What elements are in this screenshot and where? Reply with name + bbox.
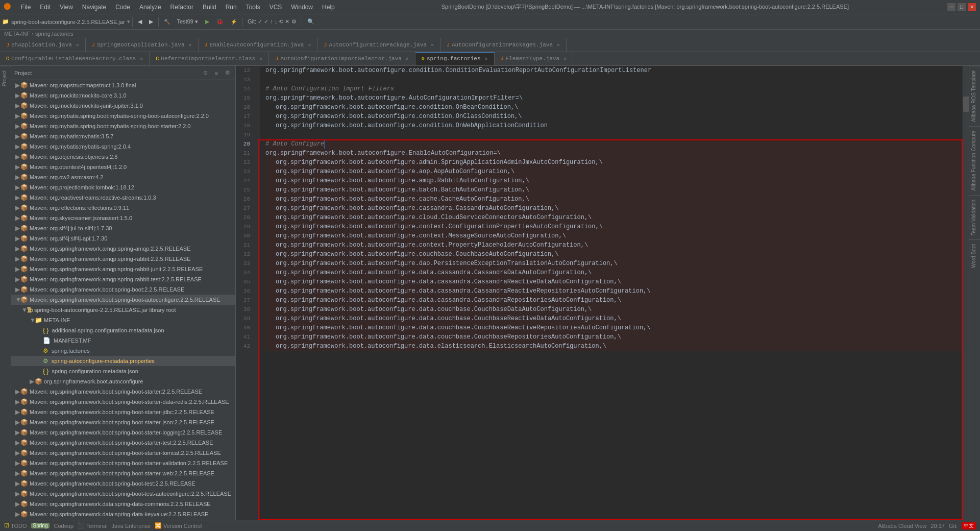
tree-item-spring-boot-starter[interactable]: ▶📦Maven: org.springframework.boot:spring… xyxy=(11,387,235,397)
tree-item-spring-boot-starter-web[interactable]: ▶📦Maven: org.springframework.boot:spring… xyxy=(11,468,235,478)
status-alibaba-cloud[interactable]: Alibaba Cloud View xyxy=(878,523,926,529)
tree-item-jul-slf4j[interactable]: ▶📦Maven: org.slf4j:jul-to-slf4j:1.7.30 xyxy=(11,223,235,233)
maximize-button[interactable]: □ xyxy=(958,3,966,11)
tree-item-spring-boot-starter-validation[interactable]: ▶📦Maven: org.springframework.boot:spring… xyxy=(11,458,235,468)
tree-item-spring-rabbit-test[interactable]: ▶📦Maven: org.springframework.amqp:spring… xyxy=(11,274,235,284)
tab-spring-factories[interactable]: ⚙ spring.factories ✕ xyxy=(415,52,495,65)
code-editor[interactable]: 12 13 14 15 16 17 18 19 20 21 22 23 24 2… xyxy=(236,66,969,520)
tree-item-autoconfigure-metadata-props[interactable]: ⚙ spring-autoconfigure-metadata.properti… xyxy=(11,356,235,366)
tree-item-reactive-streams[interactable]: ▶📦Maven: org.reactivestreams:reactive-st… xyxy=(11,192,235,203)
breadcrumb-meta-inf[interactable]: META-INF xyxy=(4,31,30,37)
editor-scroll-thumb[interactable] xyxy=(963,96,969,112)
tab-close-icon[interactable]: ✕ xyxy=(189,42,192,48)
menu-view[interactable]: View xyxy=(56,3,77,12)
menu-refactor[interactable]: Refactor xyxy=(166,3,198,12)
tree-item-mybatis-autoconfigure[interactable]: ▶📦Maven: org.mybatis.spring.boot:mybatis… xyxy=(11,111,235,121)
tree-item-objenesis[interactable]: ▶📦Maven: org.objenesis:objenesis:2.6 xyxy=(11,152,235,162)
project-dropdown-icon[interactable]: ▾ xyxy=(127,18,130,25)
tree-item-meta-inf[interactable]: ▼📁META-INF xyxy=(11,315,235,325)
tree-item-mybatis[interactable]: ▶📦Maven: org.mybatis:mybatis:3.5.7 xyxy=(11,131,235,141)
status-codeup[interactable]: Codeup xyxy=(54,523,74,529)
tree-item-mockito-core[interactable]: ▶📦Maven: org.mockito:mockito-core:3.1.0 xyxy=(11,90,235,101)
tree-item-jsonassert[interactable]: ▶📦Maven: org.skyscreamer:jsonassert:1.5.… xyxy=(11,213,235,223)
word-boot-tab[interactable]: Word Boot xyxy=(969,239,980,272)
search-everywhere[interactable]: 🔍 xyxy=(304,16,317,28)
tab-autoconfiguration-package[interactable]: J AutoConfigurationPackage.java ✕ xyxy=(317,38,440,52)
forward-button[interactable]: ▶ xyxy=(146,16,156,28)
tree-item-lombok[interactable]: ▶📦Maven: org.projectlombok:lombok:1.18.1… xyxy=(11,182,235,192)
tree-item-spring-boot-starter-test[interactable]: ▶📦Maven: org.springframework.boot:spring… xyxy=(11,438,235,448)
menu-help[interactable]: Help xyxy=(318,3,339,12)
tab-autoconfiguration-packages[interactable]: J AutoConfigurationPackages.java ✕ xyxy=(440,38,567,52)
tree-item-spring-rabbit[interactable]: ▶📦Maven: org.springframework.amqp:spring… xyxy=(11,254,235,264)
tab-element-type[interactable]: J ElementType.java ✕ xyxy=(495,52,574,65)
editor-scroll-track[interactable] xyxy=(963,66,969,520)
tree-item-spring-amqp[interactable]: ▶📦Maven: org.springframework.amqp:spring… xyxy=(11,244,235,254)
tree-item-reflections[interactable]: ▶📦Maven: org.reflections:reflections:0.9… xyxy=(11,203,235,213)
panel-settings-button[interactable]: ⚙ xyxy=(223,68,232,78)
tree-item-spring-boot-autoconfigure[interactable]: ▼📦Maven: org.springframework.boot:spring… xyxy=(11,295,235,305)
breadcrumb-spring-factories[interactable]: spring.factories xyxy=(35,31,74,37)
tree-item-spring-boot-test[interactable]: ▶📦Maven: org.springframework.boot:spring… xyxy=(11,478,235,489)
tab-springboot-application[interactable]: J SpringBootApplication.java ✕ xyxy=(86,38,199,52)
status-java-enterprise[interactable]: Java Enterprise xyxy=(112,523,151,529)
status-version-control[interactable]: 🔀 Version Control xyxy=(155,522,202,529)
tree-item-mockito-junit[interactable]: ▶📦Maven: org.mockito:mockito-junit-jupit… xyxy=(11,101,235,111)
tree-item-spring-data-keyvalue[interactable]: ▶📦Maven: org.springframework.data:spring… xyxy=(11,509,235,519)
coverage-button[interactable]: ⚡ xyxy=(228,16,240,28)
tree-item-spring-config-metadata[interactable]: { } spring-configuration-metadata.json xyxy=(11,366,235,376)
tree-item-mapstruct[interactable]: ▶📦Maven: org.mapstruct:mapstruct:1.3.0.f… xyxy=(11,80,235,90)
tab-sh-application[interactable]: J ShApplication.java ✕ xyxy=(0,38,86,52)
minimize-button[interactable]: ─ xyxy=(947,3,955,11)
run-button[interactable]: ▶ xyxy=(202,16,212,28)
code-content[interactable]: org.springframework.boot.autoconfigure.c… xyxy=(260,66,963,520)
tab-close-icon[interactable]: ✕ xyxy=(76,42,79,48)
tab-close-icon[interactable]: ✕ xyxy=(564,56,567,62)
menu-build[interactable]: Build xyxy=(199,3,220,12)
tree-item-mybatis-spring[interactable]: ▶📦Maven: org.mybatis:mybatis-spring:2.0.… xyxy=(11,141,235,152)
tree-item-asm[interactable]: ▶📦Maven: org.ow2.asm:asm:4.2 xyxy=(11,172,235,182)
team-validation-tab[interactable]: Team Validation xyxy=(969,195,980,239)
status-terminal[interactable]: ⬛ Terminal xyxy=(78,522,108,529)
tree-item-additional-metadata[interactable]: { } additional-spring-configuration-meta… xyxy=(11,325,235,335)
tab-autoconfiguration-import-selector[interactable]: J AutoConfigurationImportSelector.java ✕ xyxy=(269,52,415,65)
tree-item-opentest4j[interactable]: ▶📦Maven: org.opentest4j:opentest4j:1.2.0 xyxy=(11,162,235,172)
status-git[interactable]: Git: xyxy=(949,523,958,529)
tab-close-icon[interactable]: ✕ xyxy=(485,56,488,62)
collapse-all-button[interactable]: ≡ xyxy=(212,68,221,78)
status-input-method[interactable]: 中文 xyxy=(962,522,976,529)
close-button[interactable]: ✕ xyxy=(968,3,976,11)
tree-item-org-springframework-package[interactable]: ▶📦org.springframework.boot.autoconfigure xyxy=(11,376,235,387)
tree-item-slf4j-api[interactable]: ▶📦Maven: org.slf4j:slf4j-api:1.7.30 xyxy=(11,233,235,244)
project-tab[interactable]: Project xyxy=(0,66,11,90)
status-spring[interactable]: Spring xyxy=(31,523,50,528)
alibaba-ros-tab[interactable]: Alibaba ROS Template xyxy=(969,66,980,126)
tree-item-jar-root[interactable]: ▼🗜spring-boot-autoconfigure-2.2.5.RELEAS… xyxy=(11,305,235,315)
menu-code[interactable]: Code xyxy=(111,3,134,12)
tab-close-icon[interactable]: ✕ xyxy=(406,56,409,62)
back-button[interactable]: ◀ xyxy=(135,16,145,28)
menu-bar[interactable]: File Edit View Navigate Code Analyze Ref… xyxy=(17,3,339,12)
git-button[interactable]: Git: ✓ ✓ ↑ ↓ ⟲ ✕ ⚙ xyxy=(244,16,300,28)
menu-window[interactable]: Window xyxy=(287,3,317,12)
tab-enable-autoconfiguration[interactable]: J EnableAutoConfiguration.java ✕ xyxy=(199,38,318,52)
debug-button[interactable]: 🐞 xyxy=(213,16,227,28)
menu-run[interactable]: Run xyxy=(222,3,241,12)
tab-close-icon[interactable]: ✕ xyxy=(557,42,560,48)
tree-item-mybatis-starter[interactable]: ▶📦Maven: org.mybatis.spring.boot:mybatis… xyxy=(11,121,235,131)
tree-item-spring-data-commons[interactable]: ▶📦Maven: org.springframework.data:spring… xyxy=(11,499,235,509)
alibaba-fc-tab[interactable]: Alibaba Function Compute xyxy=(969,126,980,195)
menu-edit[interactable]: Edit xyxy=(36,3,55,12)
tree-item-spring-boot[interactable]: ▶📦Maven: org.springframework.boot:spring… xyxy=(11,284,235,295)
tree-item-spring-factories[interactable]: ⚙ spring.factories xyxy=(11,346,235,356)
tab-close-icon[interactable]: ✕ xyxy=(431,42,434,48)
menu-navigate[interactable]: Navigate xyxy=(78,3,110,12)
tab-close-icon[interactable]: ✕ xyxy=(308,42,311,48)
tree-item-spring-boot-starter-tomcat[interactable]: ▶📦Maven: org.springframework.boot:spring… xyxy=(11,448,235,458)
tree-item-spring-boot-starter-data-redis[interactable]: ▶📦Maven: org.springframework.boot:spring… xyxy=(11,397,235,407)
tree-item-spring-boot-starter-json[interactable]: ▶📦Maven: org.springframework.boot:spring… xyxy=(11,417,235,427)
run-config-dropdown[interactable]: Test09 ▾ xyxy=(174,16,201,28)
tree-item-spring-boot-test-autoconfigure[interactable]: ▶📦Maven: org.springframework.boot:spring… xyxy=(11,489,235,499)
tab-close-icon[interactable]: ✕ xyxy=(259,56,262,62)
locate-file-button[interactable]: ⊙ xyxy=(201,68,210,78)
